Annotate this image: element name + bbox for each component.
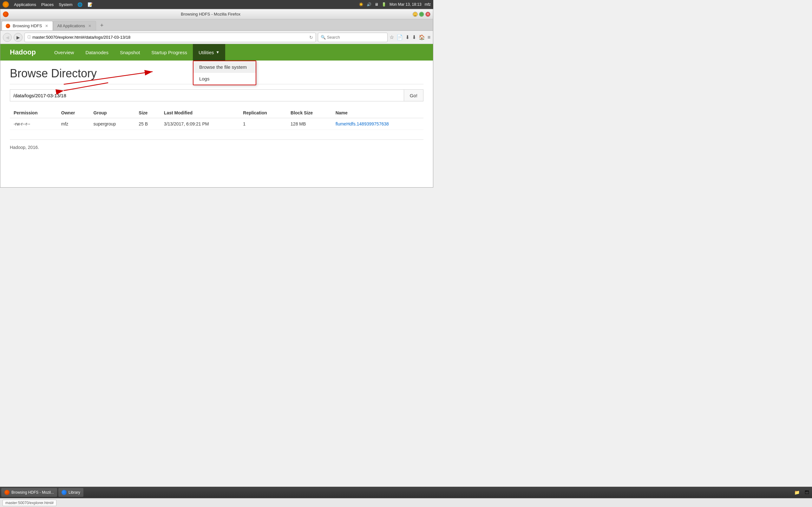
nav-icons: ☆ 📄 ⬇ ⬇ 🏠 ≡ bbox=[390, 34, 430, 40]
cell-owner: mfz bbox=[57, 118, 90, 130]
speaker-icon: 🔊 bbox=[367, 2, 371, 7]
home-icon[interactable]: 🏠 bbox=[419, 34, 425, 40]
sun-icon: ☀️ bbox=[359, 2, 363, 7]
globe-icon: 🌐 bbox=[78, 2, 83, 7]
window-title: Browsing HDFS - Mozilla Firefox bbox=[9, 12, 413, 16]
notes-icon: 📝 bbox=[88, 2, 93, 7]
firefox-logo-icon bbox=[3, 11, 9, 17]
table-row: -rw-r--r-- mfz supergroup 25 B 3/13/2017… bbox=[10, 118, 423, 130]
col-replication: Replication bbox=[239, 108, 287, 118]
hadoop-nav: Hadoop Overview Datanodes Snapshot Start… bbox=[0, 44, 433, 60]
browse-filesystem-item[interactable]: Browse the file system bbox=[194, 61, 256, 73]
cell-group: supergroup bbox=[90, 118, 135, 130]
nav-bar: ◀ ▶ ⓘ ↻ 🔍 ☆ 📄 ⬇ ⬇ 🏠 ≡ bbox=[0, 31, 433, 44]
tab-label-2: All Applications bbox=[57, 23, 85, 28]
footer-text: Hadoop, 2016. bbox=[10, 139, 423, 150]
go-button[interactable]: Go! bbox=[404, 89, 423, 101]
tab-bar: Browsing HDFS ✕ All Applications ✕ + bbox=[0, 19, 433, 31]
reload-icon[interactable]: ↻ bbox=[309, 35, 313, 40]
applications-menu[interactable]: Applications bbox=[14, 2, 36, 7]
nav-datanodes[interactable]: Datanodes bbox=[80, 44, 114, 60]
window-controls: _ □ ✕ bbox=[413, 12, 430, 17]
tab-close-2[interactable]: ✕ bbox=[88, 24, 92, 28]
hadoop-brand: Hadoop bbox=[7, 48, 39, 56]
pocket-icon[interactable]: ⬇ bbox=[405, 34, 409, 40]
address-input[interactable] bbox=[32, 35, 308, 40]
path-bar: Go! bbox=[10, 89, 423, 101]
system-menu[interactable]: System bbox=[59, 2, 72, 7]
firefox-window: Browsing HDFS - Mozilla Firefox _ □ ✕ Br… bbox=[0, 9, 433, 187]
minimize-button[interactable]: _ bbox=[413, 12, 418, 17]
tab-favicon-1 bbox=[6, 24, 10, 28]
close-button[interactable]: ✕ bbox=[425, 12, 430, 17]
utilities-dropdown: Utilities ▼ Browse the file system Logs bbox=[193, 44, 225, 60]
cell-permission: -rw-r--r-- bbox=[10, 118, 57, 130]
battery-icon: 🔋 bbox=[382, 2, 386, 7]
col-owner: Owner bbox=[57, 108, 90, 118]
datetime-display: Mon Mar 13, 18:13 bbox=[390, 2, 421, 7]
tab-close-1[interactable]: ✕ bbox=[44, 24, 49, 28]
col-permission: Permission bbox=[10, 108, 57, 118]
col-block-size: Block Size bbox=[287, 108, 332, 118]
network-icon: 🖥 bbox=[374, 2, 378, 7]
dropdown-caret-icon: ▼ bbox=[216, 50, 219, 55]
search-bar[interactable]: 🔍 bbox=[318, 33, 388, 42]
lock-icon: ⓘ bbox=[27, 35, 31, 40]
bookmark-star-icon[interactable]: ☆ bbox=[390, 34, 394, 40]
nav-snapshot[interactable]: Snapshot bbox=[114, 44, 146, 60]
tab-label-1: Browsing HDFS bbox=[13, 23, 42, 28]
utilities-dropdown-menu: Browse the file system Logs bbox=[193, 60, 256, 85]
search-input[interactable] bbox=[327, 35, 385, 40]
back-button[interactable]: ◀ bbox=[3, 33, 12, 42]
utilities-button[interactable]: Utilities ▼ bbox=[193, 44, 225, 60]
col-name: Name bbox=[332, 108, 423, 118]
username-display: mfz bbox=[425, 2, 431, 7]
utilities-label: Utilities bbox=[199, 50, 214, 55]
directory-table: Permission Owner Group Size Last Modifie… bbox=[10, 108, 423, 130]
cell-block-size: 128 MB bbox=[287, 118, 332, 130]
cell-size: 25 B bbox=[135, 118, 160, 130]
tab-all-applications[interactable]: All Applications ✕ bbox=[53, 21, 96, 31]
cell-last-modified: 3/13/2017, 6:09:21 PM bbox=[160, 118, 239, 130]
places-menu[interactable]: Places bbox=[41, 2, 54, 7]
os-topbar-left: Applications Places System 🌐 📝 bbox=[3, 1, 93, 8]
nav-startup-progress[interactable]: Startup Progress bbox=[146, 44, 193, 60]
new-tab-button[interactable]: + bbox=[97, 21, 106, 30]
nav-overview[interactable]: Overview bbox=[49, 44, 80, 60]
os-logo-icon bbox=[3, 1, 9, 8]
download-icon[interactable]: ⬇ bbox=[412, 34, 416, 40]
tab-browsing-hdfs[interactable]: Browsing HDFS ✕ bbox=[2, 21, 53, 31]
col-group: Group bbox=[90, 108, 135, 118]
os-topbar: Applications Places System 🌐 📝 ☀️ 🔊 🖥 🔋 … bbox=[0, 0, 433, 9]
search-icon: 🔍 bbox=[321, 35, 326, 40]
address-bar[interactable]: ⓘ ↻ bbox=[24, 33, 316, 42]
maximize-button[interactable]: □ bbox=[419, 12, 424, 17]
col-size: Size bbox=[135, 108, 160, 118]
os-topbar-right: ☀️ 🔊 🖥 🔋 Mon Mar 13, 18:13 mfz bbox=[359, 2, 431, 7]
reader-view-icon[interactable]: 📄 bbox=[397, 34, 403, 40]
path-input[interactable] bbox=[10, 89, 404, 101]
col-last-modified: Last Modified bbox=[160, 108, 239, 118]
cell-name[interactable]: flumeHdfs.1489399757638 bbox=[332, 118, 423, 130]
firefox-titlebar: Browsing HDFS - Mozilla Firefox _ □ ✕ bbox=[0, 9, 433, 19]
cell-replication: 1 bbox=[239, 118, 287, 130]
menu-icon[interactable]: ≡ bbox=[427, 35, 430, 40]
logs-item[interactable]: Logs bbox=[194, 73, 256, 84]
forward-button[interactable]: ▶ bbox=[14, 33, 22, 42]
file-link[interactable]: flumeHdfs.1489399757638 bbox=[336, 121, 389, 126]
